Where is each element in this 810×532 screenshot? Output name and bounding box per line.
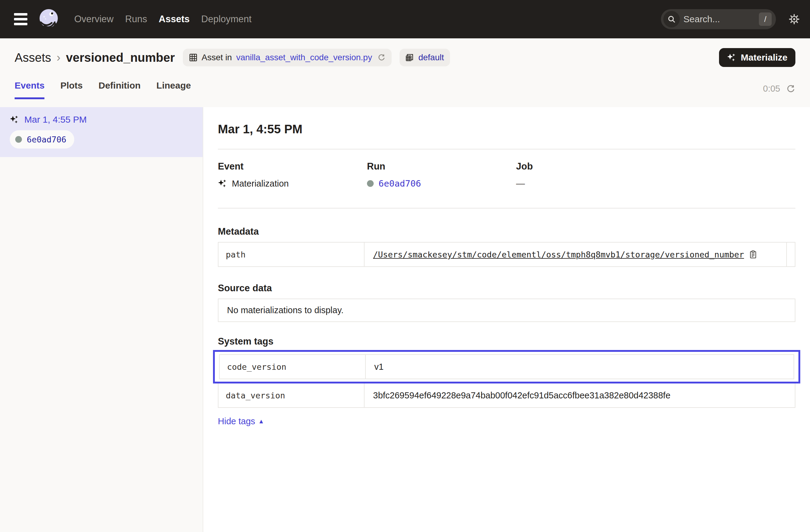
copy-clipboard-icon[interactable]	[749, 250, 757, 259]
run-column: Run 6e0ad706	[367, 161, 516, 190]
search-box[interactable]: /	[661, 9, 776, 29]
dagster-logo-icon[interactable]	[36, 7, 61, 31]
tab-lineage[interactable]: Lineage	[157, 80, 191, 99]
code-location-link[interactable]: default	[418, 53, 444, 62]
run-badge-id: 6e0ad706	[27, 135, 66, 144]
search-icon	[663, 11, 680, 27]
run-badge[interactable]: 6e0ad706	[10, 130, 74, 148]
job-column: Job —	[516, 161, 665, 190]
asset-chip-refresh-icon[interactable]	[378, 53, 386, 62]
event-heading: Mar 1, 4:55 PM	[218, 122, 795, 136]
system-tags-table-highlighted: code_version v1	[219, 354, 794, 379]
asset-tabs: Events Plots Definition Lineage	[15, 80, 191, 99]
asset-chip-prefix: Asset in	[202, 53, 232, 62]
table-row: path /Users/smackesey/stm/code/elementl/…	[218, 243, 795, 266]
nav-link-runs[interactable]: Runs	[125, 14, 147, 25]
run-status-dot	[15, 136, 22, 143]
materialization-sparkles-icon	[10, 115, 19, 124]
event-type-value: Materialization	[232, 179, 289, 189]
events-sidebar: Mar 1, 4:55 PM 6e0ad706	[0, 107, 203, 532]
top-nav: Overview Runs Assets Deployment /	[0, 0, 810, 38]
breadcrumb: Assets › versioned_number	[15, 51, 175, 65]
event-info-grid: Event Materialization Run	[218, 161, 795, 190]
breadcrumb-separator: ›	[56, 51, 61, 64]
run-column-label: Run	[367, 161, 516, 172]
materialize-button[interactable]: Materialize	[719, 48, 795, 67]
run-id-link[interactable]: 6e0ad706	[378, 178, 421, 189]
tag-key-data-version: data_version	[218, 384, 364, 407]
caret-up-icon: ▲	[258, 418, 264, 425]
run-status-dot	[367, 180, 374, 187]
highlighted-tag-row-outline: code_version v1	[213, 350, 800, 384]
table-row: data_version 3bfc269594ef649228e9a74bab0…	[218, 384, 795, 407]
settings-gear-icon[interactable]	[789, 14, 800, 25]
event-column-label: Event	[218, 161, 367, 172]
materialization-sparkles-icon	[218, 179, 227, 188]
page-title: versioned_number	[66, 51, 175, 65]
source-data-section-title: Source data	[218, 283, 795, 294]
nav-link-deployment[interactable]: Deployment	[201, 14, 251, 25]
repo-grid-icon	[406, 53, 414, 62]
event-list-item[interactable]: Mar 1, 4:55 PM 6e0ad706	[0, 107, 202, 157]
hide-tags-label: Hide tags	[218, 416, 255, 426]
asset-grid-icon	[189, 53, 197, 62]
refresh-countdown: 0:05	[763, 84, 780, 94]
code-location-chip[interactable]: default	[400, 49, 450, 66]
tag-key-code-version: code_version	[220, 355, 366, 378]
system-tags-section-title: System tags	[218, 336, 795, 347]
nav-link-assets[interactable]: Assets	[159, 14, 190, 25]
tab-events[interactable]: Events	[15, 80, 45, 99]
metadata-section-title: Metadata	[218, 226, 795, 237]
event-timestamp-link[interactable]: Mar 1, 4:55 PM	[25, 114, 87, 125]
search-shortcut-badge: /	[759, 13, 772, 26]
tab-definition[interactable]: Definition	[99, 80, 141, 99]
event-column: Event Materialization	[218, 161, 367, 190]
tag-value-data-version: 3bfc269594ef649228e9a74bab00f042efc91d5a…	[364, 384, 795, 407]
job-column-label: Job	[516, 161, 665, 172]
search-input[interactable]	[680, 14, 759, 25]
source-data-empty-message: No materializations to display.	[218, 299, 795, 322]
metadata-row-gutter	[786, 243, 795, 266]
materialize-button-label: Materialize	[741, 52, 788, 63]
nav-link-overview[interactable]: Overview	[74, 14, 113, 25]
tab-plots[interactable]: Plots	[60, 80, 82, 99]
asset-file-link[interactable]: vanilla_asset_with_code_version.py	[236, 53, 372, 62]
metadata-key: path	[218, 243, 364, 266]
sparkles-icon	[727, 53, 736, 62]
event-detail-panel: Mar 1, 4:55 PM Event Materialization	[203, 107, 810, 532]
tag-value-code-version: v1	[366, 355, 794, 378]
nav-links: Overview Runs Assets Deployment	[74, 14, 252, 25]
menu-icon[interactable]	[14, 13, 27, 25]
hide-tags-link[interactable]: Hide tags ▲	[218, 416, 264, 426]
page-header: Assets › versioned_number Asset in vanil…	[0, 38, 810, 107]
refresh-icon[interactable]	[786, 84, 795, 94]
job-empty-value: —	[516, 179, 525, 189]
nav-right: /	[661, 9, 800, 29]
system-tags-table: data_version 3bfc269594ef649228e9a74bab0…	[218, 384, 795, 408]
breadcrumb-assets[interactable]: Assets	[15, 51, 51, 65]
asset-definition-chip[interactable]: Asset in vanilla_asset_with_code_version…	[183, 49, 392, 66]
dagster-app: Overview Runs Assets Deployment /	[0, 0, 810, 532]
metadata-path-link[interactable]: /Users/smackesey/stm/code/elementl/oss/t…	[373, 250, 744, 259]
metadata-table: path /Users/smackesey/stm/code/elementl/…	[218, 242, 795, 267]
table-row: code_version v1	[220, 355, 794, 378]
